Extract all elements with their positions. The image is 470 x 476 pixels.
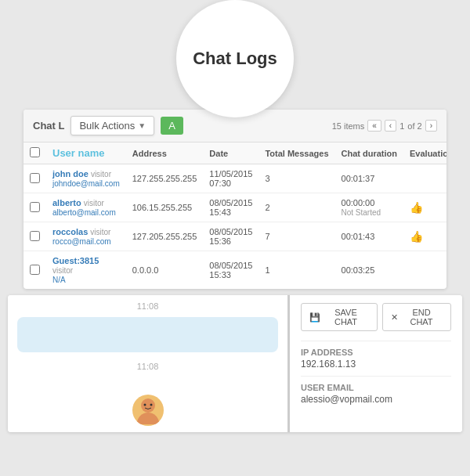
- chat-time-1: 11:08: [8, 295, 287, 314]
- table-container: User name Address Date Total Messages Ch…: [24, 142, 446, 289]
- save-chat-button[interactable]: 💾 SAVE CHAT: [301, 303, 378, 331]
- user-address-1: 106.15.255.255: [126, 193, 204, 222]
- bulk-actions-label: Bulk Actions: [79, 120, 135, 132]
- info-panel: 💾 SAVE CHAT ✕ END CHAT IP ADDRESS 192.16…: [290, 295, 462, 432]
- user-date-0: 11/05/201507:30: [203, 164, 258, 193]
- avatar-container: [132, 395, 164, 426]
- items-count: 15 items: [332, 121, 365, 131]
- user-duration-1: 00:00:00Not Started: [335, 193, 404, 222]
- user-address-0: 127.255.255.255: [126, 164, 204, 193]
- save-chat-label: SAVE CHAT: [323, 308, 369, 326]
- email-value: alessio@vopmail.com: [301, 394, 451, 405]
- user-name-2: roccolas: [52, 227, 88, 236]
- pagination: 15 items « ‹ 1 of 2 ›: [332, 120, 437, 132]
- chat-logs-bubble: Chat Logs: [176, 0, 294, 117]
- first-page-button[interactable]: «: [367, 120, 381, 132]
- user-date-3: 08/05/201515:33: [203, 251, 258, 290]
- user-duration-2: 00:01:43: [335, 222, 404, 251]
- col-address: Address: [126, 142, 204, 164]
- bulk-actions-button[interactable]: Bulk Actions ▼: [70, 116, 154, 135]
- row-checkbox-0[interactable]: [30, 173, 40, 183]
- user-messages-1: 2: [258, 193, 334, 222]
- row-checkbox-3[interactable]: [30, 265, 40, 275]
- divider-2: [301, 376, 451, 377]
- info-panel-buttons: 💾 SAVE CHAT ✕ END CHAT: [301, 303, 451, 331]
- table-row: alberto visitor alberto@mail.com 106.15.…: [24, 193, 446, 222]
- col-chat-duration: Chat duration: [335, 142, 404, 164]
- add-button[interactable]: A: [161, 117, 183, 135]
- user-email-0: johndoe@mail.com: [52, 179, 120, 188]
- user-role-0: visitor: [91, 170, 111, 178]
- avatar-icon: [134, 396, 162, 424]
- svg-point-3: [150, 404, 152, 406]
- page-title: Chat Logs: [193, 49, 277, 69]
- user-evaluation-0: [403, 164, 446, 193]
- user-messages-0: 3: [258, 164, 334, 193]
- user-role-2: visitor: [90, 228, 110, 236]
- user-email-1: alberto@mail.com: [52, 208, 116, 217]
- svg-point-0: [141, 398, 155, 413]
- chat-panel: 11:08 11:08: [8, 295, 290, 432]
- end-icon: ✕: [391, 312, 398, 323]
- user-duration-0: 00:01:37: [335, 164, 404, 193]
- dropdown-arrow-icon: ▼: [138, 121, 146, 130]
- current-page: 1: [400, 121, 404, 131]
- ip-value: 192.168.1.13: [301, 359, 451, 370]
- user-messages-3: 1: [258, 251, 334, 290]
- prev-page-button[interactable]: ‹: [385, 120, 396, 132]
- col-evaluation: Evaluation: [403, 142, 446, 164]
- col-date: Date: [203, 142, 258, 164]
- user-role-1: visitor: [84, 199, 104, 207]
- page-of: of 2: [407, 121, 421, 131]
- user-date-2: 08/05/201515:36: [203, 222, 258, 251]
- chat-logs-table: User name Address Date Total Messages Ch…: [24, 142, 446, 289]
- user-evaluation-1: 👍: [403, 193, 446, 222]
- table-row: Guest:3815 visitor N/A 0.0.0.0 08/05/201…: [24, 251, 446, 290]
- table-row: roccolas visitor rocco@mail.com 127.205.…: [24, 222, 446, 251]
- user-email-3: N/A: [52, 276, 66, 284]
- chat-time-2: 11:08: [8, 355, 287, 374]
- bottom-section: 11:08 11:08 💾 SAVE CHAT: [8, 295, 462, 432]
- end-chat-button[interactable]: ✕ END CHAT: [382, 303, 451, 331]
- user-name-1: alberto: [52, 198, 81, 207]
- col-total-messages: Total Messages: [258, 142, 334, 164]
- email-label: USER EMAIL: [301, 383, 451, 392]
- svg-point-1: [137, 413, 159, 424]
- user-name-3: Guest:3815: [52, 256, 99, 265]
- end-chat-label: END CHAT: [400, 308, 443, 326]
- user-role-3: visitor: [52, 266, 73, 275]
- user-evaluation-2: 👍: [403, 222, 446, 251]
- row-checkbox-1[interactable]: [30, 202, 40, 212]
- ip-label: IP ADDRESS: [301, 348, 451, 357]
- user-email-2: rocco@mail.com: [52, 237, 111, 246]
- user-duration-3: 00:03:25: [335, 251, 404, 290]
- user-name-0: john doe: [52, 169, 89, 178]
- avatar: [132, 395, 164, 426]
- table-row: john doe visitor johndoe@mail.com 127.25…: [24, 164, 446, 193]
- col-username: User name: [46, 142, 126, 164]
- user-date-1: 08/05/201515:43: [203, 193, 258, 222]
- main-card: Chat L Bulk Actions ▼ A 15 items « ‹ 1 o…: [24, 110, 446, 289]
- select-all-checkbox[interactable]: [30, 147, 40, 157]
- next-page-button[interactable]: ›: [425, 120, 437, 132]
- card-title: Chat L: [33, 120, 64, 132]
- user-evaluation-3: [403, 251, 446, 290]
- chat-bubble-1: [17, 317, 278, 352]
- user-address-3: 0.0.0.0: [126, 251, 204, 290]
- divider-1: [301, 341, 451, 341]
- user-address-2: 127.205.255.255: [126, 222, 204, 251]
- svg-point-2: [143, 404, 146, 406]
- save-icon: 💾: [309, 312, 320, 323]
- user-messages-2: 7: [258, 222, 334, 251]
- row-checkbox-2[interactable]: [30, 231, 40, 241]
